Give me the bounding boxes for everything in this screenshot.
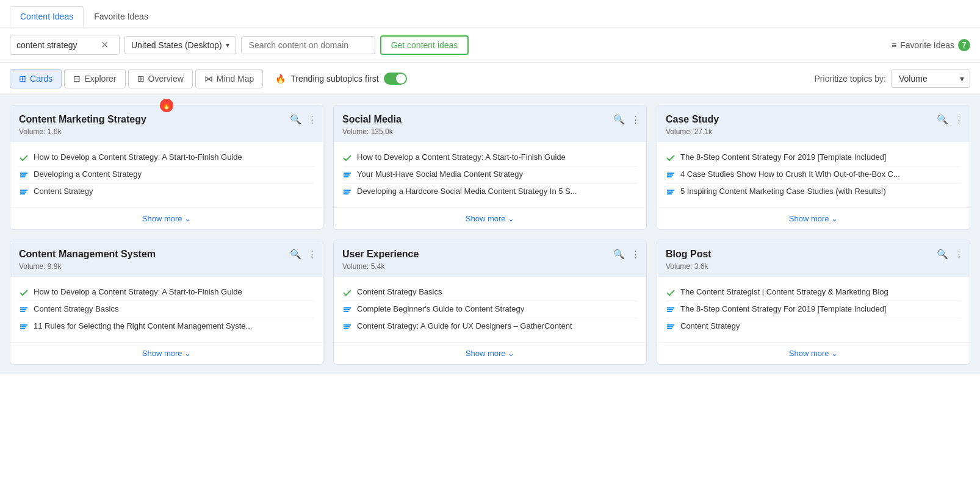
svg-rect-28 [344,326,350,327]
card-item[interactable]: Content Strategy [666,318,961,335]
show-more-4[interactable]: Show more ⌄ [10,342,323,364]
card-search-icon-4[interactable]: 🔍 [290,249,301,260]
card-item[interactable]: How to Develop a Content Strategy: A Sta… [19,284,314,301]
show-more-2[interactable]: Show more ⌄ [334,207,646,229]
view-btn-cards[interactable]: ⊞ Cards [10,69,62,88]
item-text: Content Strategy [34,187,93,196]
card-item[interactable]: Your Must-Have Social Media Content Stra… [342,166,638,184]
blue-item-icon [19,170,29,180]
card-search-icon-3[interactable]: 🔍 [937,114,948,125]
card-header-4: Content Management System Volume: 9.9k 🔍… [10,240,323,277]
card-6: Blog Post Volume: 3.6k 🔍 ⋮ The Content S… [657,240,970,365]
show-more-3[interactable]: Show more ⌄ [657,207,970,229]
card-more-icon-3[interactable]: ⋮ [954,114,964,125]
svg-rect-6 [344,173,351,174]
svg-rect-34 [667,326,673,327]
tabs-bar: Content Ideas Favorite Ideas [0,0,980,27]
card-more-icon-6[interactable]: ⋮ [954,249,964,260]
card-item[interactable]: Complete Beginner's Guide to Content Str… [342,301,638,318]
svg-rect-1 [20,174,26,176]
card-1: Content Marketing Strategy Volume: 1.6k … [10,105,323,230]
blue-item-icon [19,187,29,197]
favorite-ideas-link[interactable]: ≡ Favorite Ideas 7 [892,39,970,51]
card-item[interactable]: 5 Inspiring Content Marketing Case Studi… [666,184,961,200]
prioritize-section: Prioritize topics by: Volume [815,70,970,88]
item-text: 4 Case Studies Show How to Crush It With… [680,169,900,179]
card-item[interactable]: How to Develop a Content Strategy: A Sta… [342,149,638,166]
svg-rect-29 [344,328,348,329]
cards-grid: 🔥 Content Marketing Strategy Volume: 1.6… [0,95,980,374]
volume-select[interactable]: Volume [891,70,970,88]
card-volume-2: Volume: 135.0k [342,127,638,136]
toolbar: ✕ United States (Desktop) ▾ Get content … [0,27,980,63]
domain-search-input[interactable] [241,36,375,54]
green-item-icon [19,153,29,163]
get-content-ideas-button[interactable]: Get content ideas [380,35,469,55]
card-body-6: The Content Strategist | Content Strateg… [657,277,970,342]
show-more-6[interactable]: Show more ⌄ [657,342,970,364]
trending-toggle[interactable] [384,73,407,85]
svg-rect-17 [667,193,672,194]
svg-rect-30 [667,307,674,309]
tab-favorite-ideas[interactable]: Favorite Ideas [84,6,159,27]
svg-rect-9 [344,190,351,191]
svg-rect-7 [344,174,350,176]
card-search-icon-6[interactable]: 🔍 [937,249,948,260]
card-item[interactable]: Content Strategy Basics [19,301,314,318]
svg-rect-5 [20,193,25,194]
card-header-5: User Experience Volume: 5.4k 🔍 ⋮ [334,240,646,277]
svg-rect-26 [344,311,348,312]
card-wrapper-1: 🔥 Content Marketing Strategy Volume: 1.6… [10,105,323,230]
svg-rect-8 [344,176,348,177]
item-text: 11 Rules for Selecting the Right Content… [34,321,252,330]
card-item[interactable]: Content Strategy Basics [342,284,638,301]
keyword-input[interactable] [16,40,96,50]
card-search-icon-2[interactable]: 🔍 [613,114,625,125]
card-volume-4: Volume: 9.9k [19,262,314,271]
tab-content-ideas[interactable]: Content Ideas [10,6,84,27]
view-btn-overview[interactable]: ⊞ Overview [128,69,193,88]
item-text: The 8-Step Content Strategy For 2019 [Te… [680,304,886,313]
card-search-icon-1[interactable]: 🔍 [290,114,301,125]
card-header-3: Case Study Volume: 27.1k 🔍 ⋮ [657,105,970,142]
card-title-5: User Experience [342,249,638,260]
card-title-2: Social Media [342,114,638,125]
card-item[interactable]: Developing a Hardcore Social Media Conte… [342,184,638,200]
item-text: Complete Beginner's Guide to Content Str… [357,304,524,313]
cards-label: Cards [30,74,52,84]
item-text: The 8-Step Content Strategy For 2019 [Te… [680,152,886,162]
card-item[interactable]: The 8-Step Content Strategy For 2019 [Te… [666,301,961,318]
card-more-icon-1[interactable]: ⋮ [308,114,317,125]
show-more-1[interactable]: Show more ⌄ [10,207,323,229]
svg-rect-0 [20,173,27,174]
card-item[interactable]: Content Strategy [19,184,314,200]
lines-icon: ≡ [892,40,896,50]
card-item[interactable]: How to Develop a Content Strategy: A Sta… [19,149,314,166]
card-more-icon-4[interactable]: ⋮ [308,249,317,260]
card-4: Content Management System Volume: 9.9k 🔍… [10,240,323,365]
card-more-icon-2[interactable]: ⋮ [631,114,640,125]
card-search-icon-5[interactable]: 🔍 [613,249,625,260]
blue-item-icon [19,322,29,332]
card-body-5: Content Strategy Basics Complete Beginne… [334,277,646,342]
card-item[interactable]: The 8-Step Content Strategy For 2019 [Te… [666,149,961,166]
volume-select-wrapper: Volume [891,70,970,88]
card-item[interactable]: The Content Strategist | Content Strateg… [666,284,961,301]
close-icon[interactable]: ✕ [101,39,109,51]
svg-rect-14 [667,176,672,177]
view-btn-explorer[interactable]: ⊟ Explorer [64,69,125,88]
view-btn-mindmap[interactable]: ⋈ Mind Map [195,69,263,88]
card-item[interactable]: Content Strategy: A Guide for UX Designe… [342,318,638,335]
mindmap-label: Mind Map [217,74,254,84]
card-more-icon-5[interactable]: ⋮ [631,249,640,260]
svg-rect-20 [20,311,25,312]
show-more-5[interactable]: Show more ⌄ [334,342,646,364]
country-select[interactable]: United States (Desktop) ▾ [124,36,236,54]
svg-rect-33 [667,324,674,326]
card-body-1: How to Develop a Content Strategy: A Sta… [10,142,323,207]
card-item[interactable]: 11 Rules for Selecting the Right Content… [19,318,314,335]
card-actions-1: 🔍 ⋮ [290,114,317,125]
card-item[interactable]: 4 Case Studies Show How to Crush It With… [666,166,961,184]
card-item[interactable]: Developing a Content Strategy [19,166,314,184]
card-title-3: Case Study [666,114,961,125]
